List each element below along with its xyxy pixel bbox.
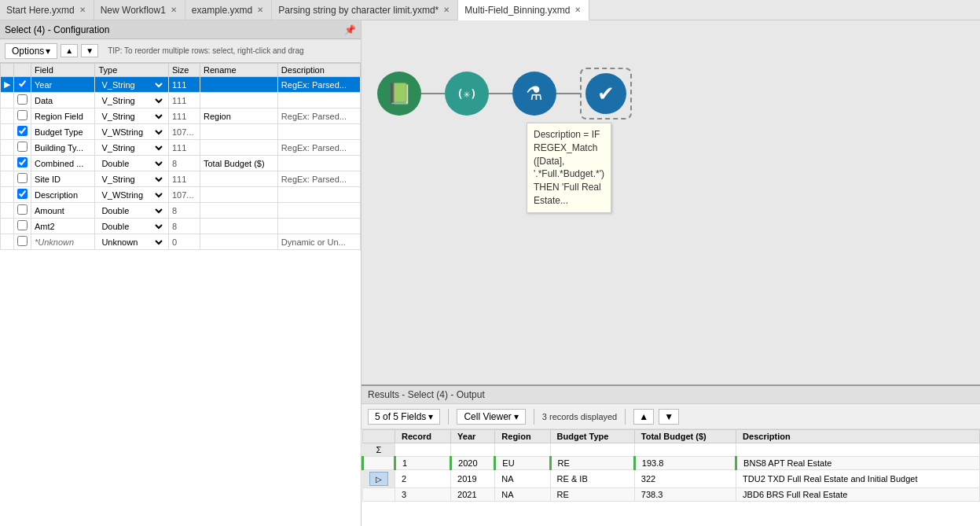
row-icon[interactable]: ▷ <box>369 472 388 486</box>
type-select[interactable]: Double <box>98 158 165 169</box>
field-type-cell[interactable]: V_String <box>95 171 169 187</box>
node-formula[interactable]: ⚗ <box>512 72 556 116</box>
sum-record <box>395 443 451 457</box>
move-down-button[interactable]: ▼ <box>81 44 98 57</box>
field-type-cell[interactable]: V_WString <box>95 124 169 140</box>
field-rename-cell[interactable] <box>200 77 277 93</box>
tab-example[interactable]: example.yxmd ✕ <box>185 0 272 20</box>
node-regex[interactable]: (✳) <box>445 72 489 116</box>
checkbox-cell[interactable] <box>14 124 31 140</box>
checkbox-cell[interactable] <box>14 187 31 203</box>
field-checkbox[interactable] <box>17 94 28 105</box>
checkbox-cell[interactable] <box>14 156 31 171</box>
node-select[interactable]: ✔ <box>585 73 626 114</box>
checkbox-cell[interactable] <box>14 234 31 250</box>
field-type-cell[interactable]: Double <box>95 203 169 219</box>
records-count: 3 records displayed <box>542 412 617 421</box>
cell-total-budget: 193.8 <box>634 457 736 470</box>
field-rename-cell[interactable] <box>200 219 277 234</box>
field-type-cell[interactable]: V_String <box>95 77 169 93</box>
field-checkbox[interactable] <box>17 157 28 167</box>
checkbox-cell[interactable] <box>14 140 31 156</box>
field-rename-cell[interactable] <box>200 140 277 156</box>
tab-start-here[interactable]: Start Here.yxmd ✕ <box>0 0 94 20</box>
type-select[interactable]: Unknown <box>98 237 165 248</box>
toolbar-separator-2 <box>534 409 534 425</box>
field-checkbox[interactable] <box>17 189 28 199</box>
tab-multi-field[interactable]: Multi-Field_Binning.yxmd ✕ <box>458 0 589 20</box>
type-select[interactable]: Double <box>98 205 165 216</box>
row-icon-cell[interactable] <box>363 457 395 470</box>
field-type-cell[interactable]: Double <box>95 156 169 171</box>
tab-close-icon[interactable]: ✕ <box>573 5 582 15</box>
row-icon-cell[interactable]: ▷ <box>363 470 395 488</box>
type-select[interactable]: V_String <box>98 142 165 153</box>
field-checkbox[interactable] <box>17 142 28 152</box>
node-input[interactable]: 📗 <box>377 72 421 116</box>
field-rename-cell[interactable] <box>200 171 277 187</box>
field-type-cell[interactable]: V_WString <box>95 187 169 203</box>
move-up-button[interactable]: ▲ <box>61 44 78 57</box>
field-checkbox[interactable] <box>17 236 28 246</box>
field-checkbox[interactable] <box>17 126 28 136</box>
field-rename-cell[interactable] <box>200 93 277 109</box>
field-checkbox[interactable] <box>17 204 28 215</box>
field-checkbox[interactable] <box>17 79 28 89</box>
checkbox-cell[interactable] <box>14 219 31 234</box>
nav-next-button[interactable]: ▼ <box>659 409 679 425</box>
checkbox-cell[interactable] <box>14 93 31 109</box>
checkbox-cell[interactable] <box>14 171 31 187</box>
cell-viewer-button[interactable]: Cell Viewer ▾ <box>457 409 525 425</box>
checkbox-cell[interactable] <box>14 203 31 219</box>
tab-close-icon[interactable]: ✕ <box>169 5 178 15</box>
field-name-cell: Combined ... <box>31 156 95 171</box>
type-select[interactable]: V_String <box>98 174 165 185</box>
field-checkbox[interactable] <box>17 110 28 120</box>
field-rename-cell[interactable] <box>200 234 277 250</box>
tab-close-icon[interactable]: ✕ <box>442 5 451 15</box>
tab-close-icon[interactable]: ✕ <box>255 5 265 15</box>
nav-prev-button[interactable]: ▲ <box>633 409 654 425</box>
field-rename-cell[interactable] <box>200 187 277 203</box>
field-name-cell: Region Field <box>31 109 95 124</box>
type-select[interactable]: V_WString <box>98 127 165 138</box>
field-type-cell[interactable]: V_String <box>95 109 169 124</box>
checkbox-cell[interactable] <box>14 109 31 124</box>
field-type-cell[interactable]: V_String <box>95 140 169 156</box>
field-rename-cell[interactable]: Total Budget ($) <box>200 156 277 171</box>
tooltip-text: Description = IF REGEX_Match ([Data], '.… <box>534 129 604 206</box>
type-select[interactable]: V_String <box>98 111 165 122</box>
col-type: Type <box>95 64 169 77</box>
field-rename-cell[interactable] <box>200 124 277 140</box>
row-arrow-cell <box>1 219 14 234</box>
type-select[interactable]: V_String <box>98 79 165 90</box>
type-select[interactable]: Double <box>98 221 165 232</box>
fields-count-button[interactable]: 5 of 5 Fields ▾ <box>368 409 440 425</box>
field-rename-cell[interactable] <box>200 203 277 219</box>
canvas-area: 📗 (✳) ⚗ <box>362 20 980 384</box>
pin-icon[interactable]: 📌 <box>344 24 356 35</box>
tab-label: New Workflow1 <box>101 5 166 16</box>
field-size-cell: 111 <box>168 109 200 124</box>
field-name-cell: Year <box>31 77 95 93</box>
field-checkbox[interactable] <box>17 173 28 183</box>
field-type-cell[interactable]: Double <box>95 219 169 234</box>
row-icon-cell[interactable] <box>363 488 395 502</box>
table-row: Combined ... Double 8 Total Budget ($) <box>1 156 361 171</box>
tab-parsing[interactable]: Parsing string by character limit.yxmd* … <box>272 0 458 20</box>
type-select[interactable]: V_WString <box>98 189 165 200</box>
tab-new-workflow[interactable]: New Workflow1 ✕ <box>94 0 185 20</box>
col-check <box>14 64 31 77</box>
options-button[interactable]: Options ▾ <box>5 43 57 59</box>
cell-year: 2019 <box>451 470 495 488</box>
cell-budget-type: RE & IB <box>550 470 634 488</box>
cell-year: 2021 <box>451 488 495 502</box>
field-type-cell[interactable]: V_String <box>95 93 169 109</box>
checkbox-cell[interactable] <box>14 77 31 93</box>
field-rename-cell[interactable]: Region <box>200 109 277 124</box>
field-name-cell: Amt2 <box>31 219 95 234</box>
field-checkbox[interactable] <box>17 220 28 230</box>
field-type-cell[interactable]: Unknown <box>95 234 169 250</box>
tab-close-icon[interactable]: ✕ <box>78 5 87 15</box>
type-select[interactable]: V_String <box>98 95 165 106</box>
